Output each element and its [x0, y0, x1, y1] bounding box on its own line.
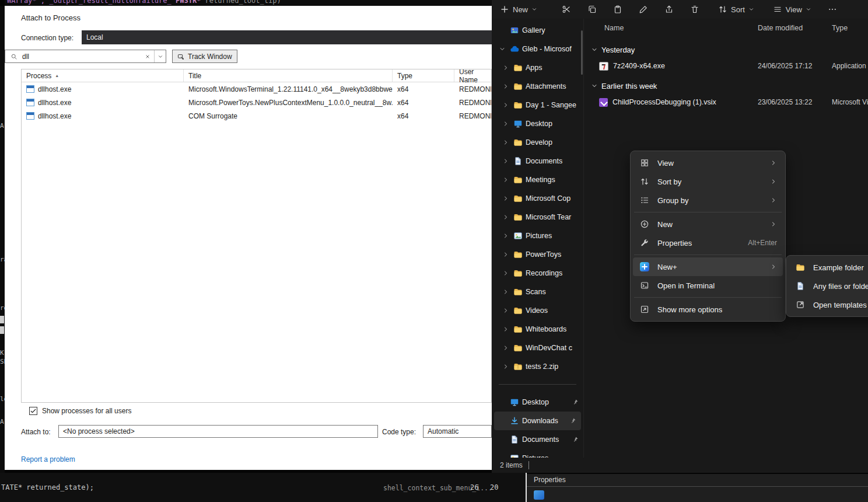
- context-menu-item-view[interactable]: View: [633, 154, 783, 172]
- code-type-combobox[interactable]: Automatic: [423, 425, 492, 438]
- sidebar-item-scans[interactable]: Scans: [492, 283, 583, 301]
- sidebar-item-documents[interactable]: Documents: [492, 152, 583, 170]
- column-header-date-modified[interactable]: Date modified: [758, 24, 803, 32]
- chevron-down-icon[interactable]: [499, 46, 507, 53]
- context-menu-item-group-by[interactable]: Group by: [633, 191, 783, 210]
- chevron-right-icon[interactable]: [502, 270, 510, 277]
- sidebar-item-desktop[interactable]: Desktop: [492, 114, 583, 133]
- chevron-right-icon: [770, 197, 777, 204]
- chevron-right-icon[interactable]: [502, 139, 510, 146]
- context-menu-item-properties[interactable]: Properties Alt+Enter: [633, 233, 783, 252]
- sidebar-item-videos[interactable]: Videos: [492, 301, 583, 320]
- view-button[interactable]: View: [773, 5, 811, 14]
- chevron-right-icon[interactable]: [502, 195, 510, 202]
- report-a-problem-link[interactable]: Report a problem: [21, 455, 75, 463]
- file-row[interactable]: 7z2409-x64.exe 24/06/2025 17:12 Applicat…: [584, 58, 868, 74]
- table-row[interactable]: dllhost.exe Microsoft.WindowsTerminal_1.…: [22, 82, 491, 96]
- paste-button[interactable]: [613, 5, 622, 14]
- context-menu-item-new-plus[interactable]: New+: [633, 257, 783, 276]
- chevron-right-icon[interactable]: [502, 251, 510, 258]
- sidebar-item-powertoys[interactable]: PowerToys: [492, 245, 583, 264]
- chevron-down-icon[interactable]: [591, 82, 598, 89]
- sidebar-item-attachments[interactable]: Attachments: [492, 77, 583, 96]
- scrollbar[interactable]: [581, 30, 583, 75]
- sidebar-item-gallery[interactable]: Gallery: [492, 21, 583, 40]
- sidebar-item-apps[interactable]: Apps: [492, 58, 583, 77]
- picture-icon: [513, 231, 523, 240]
- sidebar-item-documents-pinned[interactable]: Documents: [492, 430, 583, 449]
- chevron-right-icon[interactable]: [502, 326, 510, 333]
- sidebar-item-whiteboards[interactable]: Whiteboards: [492, 320, 583, 339]
- sidebar-item-meetings[interactable]: Meetings: [492, 170, 583, 189]
- column-header-title[interactable]: Title: [184, 69, 393, 82]
- sidebar-item-develop[interactable]: Develop: [492, 133, 583, 152]
- chevron-right-icon[interactable]: [502, 120, 510, 127]
- folder-icon: [513, 343, 523, 353]
- column-header-type[interactable]: Type: [393, 69, 454, 82]
- new-button[interactable]: New: [500, 5, 545, 14]
- submenu-item-open-templates[interactable]: Open templates: [789, 295, 868, 314]
- share-button[interactable]: [664, 5, 674, 14]
- chevron-right-icon[interactable]: [502, 288, 510, 295]
- column-header-process[interactable]: Process ▲: [22, 69, 184, 82]
- attach-to-field[interactable]: <No process selected>: [58, 425, 378, 438]
- connection-type-combobox[interactable]: Local: [82, 30, 492, 44]
- sidebar-item-pictures-pinned[interactable]: Pictures: [492, 449, 583, 458]
- menu-item-label: New+: [657, 263, 762, 271]
- sidebar-item-onedrive[interactable]: Gleb - Microsof: [492, 40, 583, 58]
- table-row[interactable]: dllhost.exe COM Surrogate x64 REDMOND: [22, 109, 491, 123]
- sidebar-item-desktop-pinned[interactable]: Desktop: [492, 393, 583, 412]
- context-menu-item-show-more-options[interactable]: Show more options: [633, 300, 783, 319]
- chevron-down-icon[interactable]: [591, 46, 598, 53]
- menu-item-shortcut: Alt+Enter: [748, 239, 777, 247]
- chevron-right-icon[interactable]: [502, 64, 510, 71]
- show-all-users-checkbox[interactable]: [29, 407, 37, 415]
- chevron-right-icon[interactable]: [502, 102, 510, 109]
- sidebar-item-microsoft-copilot[interactable]: Microsoft Cop: [492, 189, 583, 208]
- sidebar-item-downloads-pinned[interactable]: Downloads: [494, 412, 581, 430]
- new-plus-icon: [640, 262, 649, 271]
- chevron-right-icon[interactable]: [502, 214, 510, 221]
- submenu-item-example-folder[interactable]: Example folder: [789, 258, 868, 277]
- table-row[interactable]: dllhost.exe Microsoft.PowerToys.NewPlusC…: [22, 96, 491, 109]
- chevron-right-icon[interactable]: [502, 344, 510, 351]
- group-header-earlier-this-week[interactable]: Earlier this week: [584, 77, 868, 95]
- show-all-users-row[interactable]: Show processes for all users: [29, 407, 131, 415]
- more-options-button[interactable]: [828, 5, 837, 14]
- sort-button[interactable]: Sort: [718, 5, 754, 14]
- copy-button[interactable]: [587, 5, 597, 14]
- sidebar-item-windevchat[interactable]: WinDevChat c: [492, 339, 583, 357]
- chevron-right-icon[interactable]: [502, 363, 510, 370]
- pin-icon: [572, 399, 579, 406]
- column-header-user-name[interactable]: User Name: [454, 69, 491, 82]
- plus-circle-icon: [640, 219, 649, 229]
- cut-button[interactable]: [562, 5, 571, 14]
- context-menu-item-sort-by[interactable]: Sort by: [633, 172, 783, 191]
- chevron-right-icon[interactable]: [502, 232, 510, 239]
- sidebar-item-microsoft-teams[interactable]: Microsoft Tear: [492, 208, 583, 226]
- column-header-type[interactable]: Type: [832, 24, 848, 32]
- chevron-right-icon[interactable]: [502, 176, 510, 183]
- chevron-right-icon[interactable]: [502, 307, 510, 314]
- chevron-right-icon[interactable]: [502, 83, 510, 90]
- context-menu-item-new[interactable]: New: [633, 215, 783, 233]
- submenu-item-any-files-or-folders[interactable]: Any files or folde: [789, 277, 868, 295]
- code-fragment: ra: [0, 256, 5, 263]
- column-header-name[interactable]: Name: [604, 24, 624, 32]
- sidebar-item-day1[interactable]: Day 1 - Sangee: [492, 96, 583, 114]
- track-window-button[interactable]: Track Window: [172, 50, 237, 63]
- folder-icon: [513, 100, 523, 110]
- sidebar-item-pictures[interactable]: Pictures: [492, 226, 583, 245]
- group-header-yesterday[interactable]: Yesterday: [584, 41, 868, 58]
- sidebar-item-tests-zip[interactable]: tests 2.zip: [492, 357, 583, 376]
- clear-filter-icon[interactable]: [141, 54, 154, 60]
- sidebar-item-recordings[interactable]: Recordings: [492, 264, 583, 283]
- rename-button[interactable]: [639, 5, 648, 14]
- file-row[interactable]: ChildProcessDebugging (1).vsix 23/06/202…: [584, 95, 868, 110]
- delete-button[interactable]: [690, 5, 699, 14]
- chevron-right-icon[interactable]: [502, 158, 510, 165]
- context-menu-item-open-in-terminal[interactable]: Open in Terminal: [633, 276, 783, 295]
- column-label: Process: [26, 72, 51, 80]
- filter-dropdown-icon[interactable]: [154, 50, 166, 62]
- process-filter-input[interactable]: dll: [5, 50, 166, 63]
